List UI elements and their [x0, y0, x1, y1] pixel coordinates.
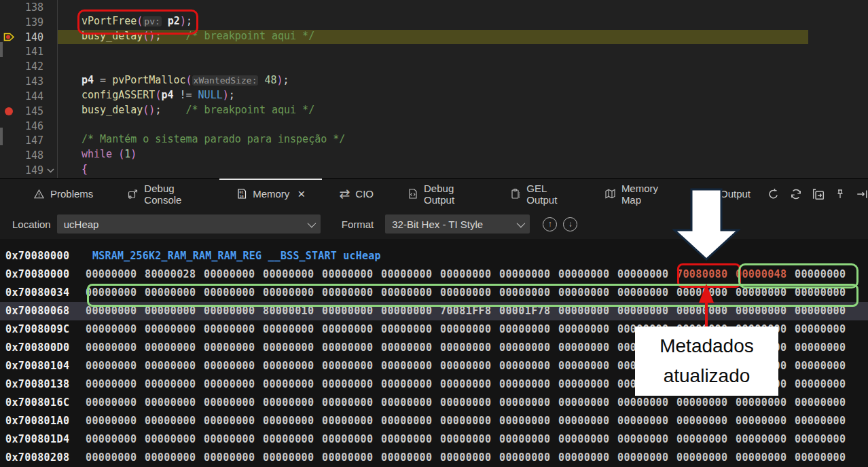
restart-icon[interactable]	[767, 188, 780, 200]
memory-cell[interactable]: 00000000	[86, 412, 145, 430]
memory-cell[interactable]: 00000000	[440, 265, 499, 284]
memory-cell[interactable]: 00000000	[381, 339, 440, 357]
memory-cell[interactable]: 00000000	[558, 265, 617, 284]
tab-problems[interactable]: Problems	[16, 179, 110, 209]
memory-cell[interactable]: 70081FF8	[440, 302, 499, 320]
memory-cell[interactable]: 00000000	[617, 412, 676, 430]
tab-memory-map[interactable]: Memory Map	[587, 179, 687, 209]
memory-cell[interactable]: 00000000	[381, 357, 440, 375]
memory-cell[interactable]: 00000000	[86, 302, 145, 320]
memory-cell[interactable]: 00000000	[499, 394, 558, 412]
memory-cell[interactable]: 00000000	[381, 412, 440, 430]
memory-cell[interactable]: 00000000	[145, 320, 204, 339]
memory-cell[interactable]: 00000000	[795, 449, 854, 467]
memory-cell[interactable]: 00000000	[676, 430, 736, 449]
memory-cell[interactable]: 00000000	[322, 449, 381, 467]
memory-cell[interactable]: 00000000	[795, 412, 854, 430]
memory-cell[interactable]: 00000000	[440, 412, 499, 430]
memory-cell[interactable]: 00000000	[676, 339, 736, 357]
fold-chevron-icon[interactable]	[43, 163, 57, 178]
memory-cell[interactable]: 00000048	[736, 265, 795, 284]
memory-cell[interactable]: 00000000	[736, 357, 795, 375]
memory-cell[interactable]: 00000000	[263, 430, 322, 449]
memory-cell[interactable]: 00000000	[558, 284, 617, 302]
memory-cell[interactable]: 00000000	[558, 357, 617, 375]
memory-cell[interactable]: 00000000	[440, 357, 499, 375]
memory-cell[interactable]: 00000000	[499, 357, 558, 375]
memory-cell[interactable]: 00000000	[736, 394, 795, 412]
memory-cell[interactable]: 80000010	[263, 302, 322, 320]
memory-cell[interactable]: 00000000	[676, 375, 736, 394]
memory-cell[interactable]: 00000000	[204, 430, 263, 449]
memory-cell[interactable]: 00000000	[381, 394, 440, 412]
memory-cell[interactable]: 00000000	[558, 375, 617, 394]
memory-cell[interactable]: 00000000	[795, 339, 854, 357]
more-icon[interactable]	[856, 188, 868, 200]
memory-cell[interactable]: 00000000	[736, 449, 795, 467]
tab-debug-console[interactable]: Debug Console	[110, 179, 219, 209]
memory-cell[interactable]: 00000000	[145, 357, 204, 375]
memory-cell[interactable]: 00000000	[440, 449, 499, 467]
memory-cell[interactable]: 00000000	[617, 375, 676, 394]
memory-cell[interactable]: 00000000	[204, 412, 263, 430]
memory-cell[interactable]: 00000000	[617, 339, 676, 357]
memory-cell[interactable]: 00000000	[322, 284, 381, 302]
memory-cell[interactable]: 00000000	[558, 302, 617, 320]
tab-gel-output[interactable]: GEL Output	[493, 179, 587, 209]
memory-cell[interactable]: 00000000	[322, 302, 381, 320]
memory-cell[interactable]: 00000000	[145, 302, 204, 320]
memory-cell[interactable]: 00000000	[145, 339, 204, 357]
memory-cell[interactable]: 00000000	[617, 449, 676, 467]
breakpoint-icon[interactable]	[0, 104, 18, 119]
memory-cell[interactable]: 00000000	[263, 394, 322, 412]
memory-cell[interactable]: 00000000	[381, 302, 440, 320]
format-select[interactable]: 32-Bit Hex - TI Style	[385, 214, 530, 234]
memory-cell[interactable]: 00000000	[736, 320, 795, 339]
memory-cell[interactable]: 00000000	[322, 375, 381, 394]
memory-cell[interactable]: 00000000	[558, 339, 617, 357]
memory-cell[interactable]: 00000000	[204, 449, 263, 467]
memory-cell[interactable]: 00000000	[676, 412, 736, 430]
memory-cell[interactable]: 00000000	[676, 284, 736, 302]
memory-cell[interactable]: 00000000	[499, 320, 558, 339]
memory-cell[interactable]: 00000000	[440, 284, 499, 302]
memory-cell[interactable]: 00000000	[795, 265, 854, 284]
memory-cell[interactable]: 00000000	[86, 357, 145, 375]
memory-cell[interactable]: 00000000	[795, 284, 854, 302]
memory-cell[interactable]: 00000000	[381, 375, 440, 394]
memory-cell[interactable]: 00000000	[676, 357, 736, 375]
memory-cell[interactable]: 00000000	[322, 339, 381, 357]
memory-cell[interactable]: 00000000	[440, 394, 499, 412]
memory-cell[interactable]: 00000000	[381, 430, 440, 449]
memory-cell[interactable]: 00000000	[86, 449, 145, 467]
memory-cell[interactable]: 00000000	[145, 284, 204, 302]
memory-cell[interactable]: 00000000	[558, 320, 617, 339]
memory-cell[interactable]: 00000000	[795, 394, 854, 412]
memory-cell[interactable]: 00000000	[263, 449, 322, 467]
memory-cell[interactable]: 00000000	[322, 320, 381, 339]
memory-cell[interactable]: 00000000	[440, 430, 499, 449]
memory-cell[interactable]: 00000000	[440, 320, 499, 339]
memory-cell[interactable]: 00000000	[617, 284, 676, 302]
memory-cell[interactable]: 00000000	[736, 375, 795, 394]
memory-cell[interactable]: 00000000	[617, 357, 676, 375]
memory-cell[interactable]: 00000000	[676, 302, 736, 320]
scroll-down-button[interactable]: ↓	[563, 217, 577, 231]
memory-cell[interactable]: 00000000	[676, 320, 736, 339]
memory-cell[interactable]: 00000000	[499, 375, 558, 394]
tab-debug-output[interactable]: Debug Output	[391, 179, 493, 209]
memory-cell[interactable]: 00000000	[322, 265, 381, 284]
memory-cell[interactable]: 00000000	[145, 449, 204, 467]
memory-cell[interactable]: 00000000	[204, 375, 263, 394]
memory-cell[interactable]: 00000000	[499, 449, 558, 467]
memory-cell[interactable]: 00000000	[617, 430, 676, 449]
memory-cell[interactable]: 00000000	[86, 284, 145, 302]
memory-cell[interactable]: 00000000	[322, 430, 381, 449]
memory-cell[interactable]: 00000000	[145, 375, 204, 394]
memory-cell[interactable]: 00000000	[795, 430, 854, 449]
memory-cell[interactable]: 00000000	[263, 357, 322, 375]
memory-cell[interactable]: 00000000	[204, 339, 263, 357]
memory-cell[interactable]: 00000000	[795, 320, 854, 339]
memory-cell[interactable]: 00000000	[381, 449, 440, 467]
memory-cell[interactable]: 00000000	[617, 302, 676, 320]
